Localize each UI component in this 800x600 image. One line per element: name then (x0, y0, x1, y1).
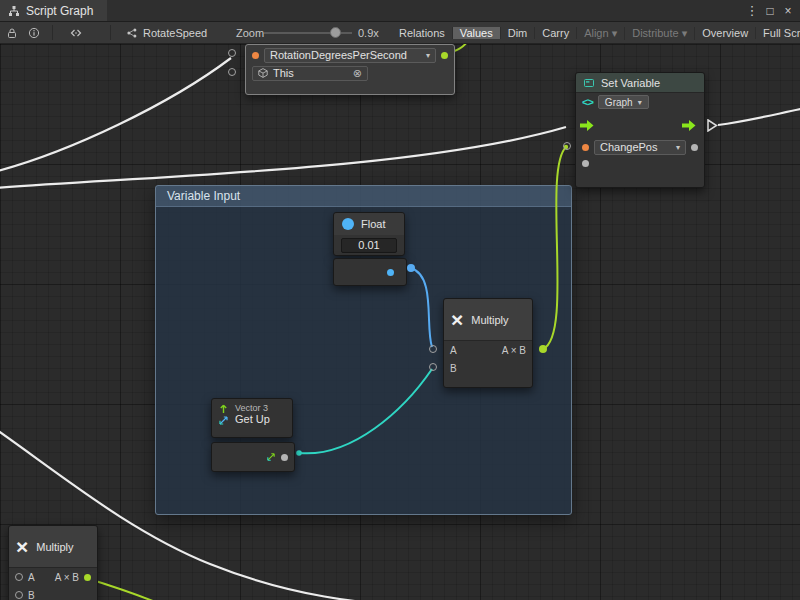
window-title: Script Graph (26, 4, 93, 18)
carry-button[interactable]: Carry (535, 27, 577, 39)
node-title: Multiply (471, 314, 508, 326)
target-label: This (273, 67, 294, 79)
get-up-port-strip[interactable] (211, 442, 295, 472)
port-label-out: A × B (55, 572, 79, 583)
node-title: Multiply (36, 541, 73, 553)
flow-in-arrow-icon[interactable] (580, 119, 594, 132)
breadcrumb-graph[interactable]: RotateSpeed (126, 22, 207, 44)
fullscreen-button[interactable]: Full Screen (756, 27, 800, 39)
wire-green-multiply2-out[interactable] (86, 578, 170, 600)
node-title: Float (361, 218, 385, 230)
port-label-a: A (28, 572, 35, 583)
multiply2-output-port[interactable] (84, 574, 91, 581)
tab-script-graph[interactable]: Script Graph (0, 0, 107, 21)
up-arrow-icon (218, 403, 229, 414)
vector-output-port[interactable] (281, 454, 288, 461)
node-type-label: Vector 3 (235, 403, 270, 413)
window-titlebar: Script Graph ⋮ □ × (0, 0, 800, 22)
distribute-dropdown-button[interactable]: Distribute ▾ (625, 27, 695, 40)
value-output-port[interactable] (441, 52, 448, 59)
multiply-icon: × (451, 309, 463, 330)
multiply-node[interactable]: × Multiply A A × B B (443, 298, 533, 388)
set-variable-value-port[interactable] (563, 142, 571, 150)
graph-canvas[interactable]: Variable Input RotationDe (0, 44, 800, 600)
zoom-slider-knob[interactable] (330, 27, 341, 38)
align-dropdown-button[interactable]: Align ▾ (577, 27, 625, 40)
vector3-type-icon (266, 452, 276, 462)
toolbar-buttons: Relations Values Dim Carry Align ▾ Distr… (392, 22, 800, 44)
object-picker-icon[interactable]: ⊗ (353, 67, 362, 80)
zoom-label: Zoom (236, 22, 264, 44)
window-controls: ⋮ □ × (744, 0, 800, 21)
window-close-icon[interactable]: × (780, 4, 796, 18)
gameobject-cube-icon (258, 68, 268, 78)
relations-button[interactable]: Relations (392, 27, 453, 39)
zoom-slider[interactable] (264, 22, 352, 44)
multiply-node-2[interactable]: × Multiply A A × B B (8, 525, 98, 600)
graph-name: RotateSpeed (143, 27, 207, 39)
float-port-strip[interactable] (333, 258, 407, 286)
float-type-icon (341, 217, 355, 231)
scope-label: Graph (605, 97, 633, 108)
toolbar-separator (110, 25, 111, 40)
port-label-out: A × B (502, 345, 526, 356)
float-node[interactable]: Float 0.01 (333, 212, 405, 256)
zoom-value: 0.9x (358, 22, 379, 44)
multiply2-input-b-port[interactable] (15, 591, 23, 599)
set-variable-dropdown[interactable]: ChangePos ▾ (594, 140, 686, 155)
graph-toolbar: RotateSpeed Zoom 0.9x Relations Values D… (0, 22, 800, 44)
get-variable-node[interactable]: RotationDegreesPerSecond ▾ This ⊗ (245, 44, 455, 95)
scope-dropdown[interactable]: Graph ▾ (598, 95, 649, 109)
overview-button[interactable]: Overview (695, 27, 756, 39)
chevron-down-icon: ▾ (676, 143, 680, 152)
chevron-down-icon: ▾ (638, 98, 642, 107)
multiply2-input-a-port[interactable] (15, 573, 23, 581)
set-variable-icon (583, 77, 595, 89)
get-up-node[interactable]: Vector 3 Get Up (211, 398, 293, 438)
port-label-b: B (28, 590, 35, 600)
node-title: Set Variable (601, 77, 660, 89)
multiply-icon: × (16, 536, 28, 557)
wire-control-flow-2[interactable] (0, 127, 566, 188)
chevron-down-icon: ▾ (426, 51, 430, 60)
multiply-output-port[interactable] (539, 345, 547, 353)
node-title: Get Up (235, 413, 270, 426)
window-maximize-icon[interactable]: □ (762, 4, 778, 18)
variable-name: ChangePos (600, 141, 658, 153)
variable-type-dot (252, 52, 259, 59)
script-graph-icon (8, 5, 20, 17)
variable-type-dot (582, 144, 589, 151)
float-output-dot[interactable] (387, 269, 394, 276)
port-label-a: A (450, 345, 457, 356)
get-variable-input-port-2[interactable] (228, 68, 236, 76)
get-variable-input-port-1[interactable] (228, 49, 236, 57)
window-menu-icon[interactable]: ⋮ (744, 3, 760, 18)
lock-icon[interactable] (2, 22, 22, 44)
multiply-input-b-port[interactable] (429, 363, 437, 371)
graph-ref-icon (126, 27, 138, 39)
port-label-b: B (450, 363, 457, 374)
script-graph-window: Script Graph ⋮ □ × RotateSpeed Zoom (0, 0, 800, 600)
flow-out-triangle-icon[interactable] (707, 119, 718, 132)
info-icon[interactable] (24, 22, 44, 44)
set-variable-node[interactable]: Set Variable <> Graph ▾ Ch (575, 72, 705, 188)
vector3-axes-icon (218, 415, 229, 426)
multiply-input-a-port[interactable] (429, 345, 437, 353)
dim-button[interactable]: Dim (501, 27, 536, 39)
code-preview-icon[interactable] (66, 22, 86, 44)
value-input-port[interactable] (582, 160, 589, 167)
embed-graph-icon: <> (582, 96, 593, 108)
float-value-input[interactable]: 0.01 (341, 238, 397, 253)
target-object-field[interactable]: This ⊗ (252, 66, 368, 81)
wire-control-flow-1[interactable] (0, 58, 231, 172)
values-button[interactable]: Values (453, 27, 501, 39)
variable-name-dropdown[interactable]: RotationDegreesPerSecond ▾ (264, 48, 436, 63)
variable-name: RotationDegreesPerSecond (270, 49, 407, 61)
value-output-port[interactable] (691, 144, 698, 151)
float-output-port[interactable] (407, 264, 415, 272)
toolbar-separator (52, 25, 53, 40)
flow-out-arrow-icon[interactable] (682, 119, 696, 132)
wire-control-flow-4[interactable] (718, 108, 800, 125)
group-title[interactable]: Variable Input (156, 186, 571, 207)
